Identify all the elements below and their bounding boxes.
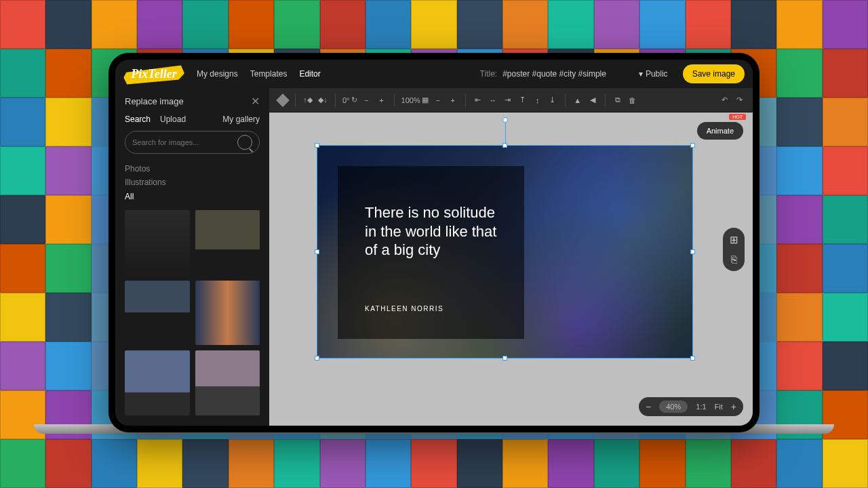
- logo[interactable]: PixTeller: [123, 64, 184, 84]
- image-grid: [115, 210, 269, 426]
- align-left-icon[interactable]: ⇤: [473, 95, 484, 106]
- rotation-control[interactable]: 0°↻: [342, 96, 357, 104]
- main-area: Replace image ✕ Search Upload My gallery…: [115, 88, 753, 426]
- resize-handle[interactable]: [690, 249, 695, 254]
- redo-icon[interactable]: ↷: [734, 95, 745, 106]
- flip-h-icon[interactable]: ▲: [572, 95, 583, 106]
- logo-text: PixTeller: [123, 64, 184, 84]
- save-button[interactable]: Save image: [683, 64, 745, 83]
- toolbar: ↑◆ ◆↓ 0°↻ − + 100%▦ − + ⇤ ↔ ⇥ ⤒ ↕ ⤓ ▲ ◀ …: [269, 88, 753, 113]
- category-photos[interactable]: Photos: [125, 162, 260, 176]
- close-icon[interactable]: ✕: [251, 95, 260, 108]
- rotation-line: [505, 121, 506, 143]
- image-thumb[interactable]: [195, 210, 260, 275]
- category-all[interactable]: All: [125, 190, 260, 203]
- image-thumb[interactable]: [195, 350, 260, 415]
- main-nav: My designs Templates Editor: [197, 69, 321, 79]
- export-icon[interactable]: ⎘: [727, 252, 741, 266]
- category-illustrations[interactable]: Illustrations: [125, 176, 260, 189]
- nav-editor[interactable]: Editor: [299, 69, 320, 79]
- image-thumb[interactable]: [195, 281, 260, 346]
- topbar: PixTeller My designs Templates Editor Ti…: [115, 60, 753, 88]
- align-center-v-icon[interactable]: ↕: [532, 95, 543, 106]
- layer-down-icon[interactable]: ◆↓: [317, 95, 328, 106]
- app-screen: PixTeller My designs Templates Editor Ti…: [115, 60, 753, 426]
- tab-gallery[interactable]: My gallery: [222, 115, 260, 124]
- resize-handle[interactable]: [315, 356, 319, 361]
- tab-search[interactable]: Search: [125, 115, 151, 124]
- resize-handle[interactable]: [690, 356, 695, 361]
- nav-templates[interactable]: Templates: [250, 69, 288, 79]
- opacity-control[interactable]: 100%▦: [401, 96, 429, 104]
- shape-icon[interactable]: [277, 95, 288, 106]
- duplicate-icon[interactable]: ⧉: [612, 95, 623, 106]
- rotation-handle[interactable]: [502, 117, 508, 123]
- resize-handle[interactable]: [690, 143, 695, 148]
- category-list: Photos Illustrations All: [115, 162, 269, 210]
- trash-icon[interactable]: 🗑: [627, 95, 638, 106]
- image-thumb[interactable]: [125, 210, 190, 275]
- layer-up-icon[interactable]: ↑◆: [302, 95, 313, 106]
- animate-button[interactable]: Animate: [697, 122, 743, 140]
- resize-handle[interactable]: [315, 143, 319, 148]
- resize-handle[interactable]: [315, 249, 319, 254]
- resize-handle[interactable]: [502, 356, 507, 361]
- zoom-fit-button[interactable]: Fit: [715, 403, 723, 411]
- zoom-controls: − 40% 1:1 Fit +: [639, 397, 743, 416]
- search-field[interactable]: [125, 131, 260, 154]
- canvas[interactable]: HOT Animate ⊞ ⎘ There is no solitude in …: [269, 113, 753, 426]
- undo-icon[interactable]: ↶: [719, 95, 730, 106]
- search-input[interactable]: [132, 138, 237, 146]
- zoom-in-button[interactable]: +: [731, 401, 736, 412]
- sidebar-title: Replace image: [125, 96, 184, 106]
- quote-author[interactable]: KATHLEEN NORRIS: [365, 305, 443, 312]
- nav-my-designs[interactable]: My designs: [197, 69, 238, 79]
- minus-icon[interactable]: −: [361, 95, 372, 106]
- editor-area: ↑◆ ◆↓ 0°↻ − + 100%▦ − + ⇤ ↔ ⇥ ⤒ ↕ ⤓ ▲ ◀ …: [269, 88, 753, 426]
- floating-tools: ⊞ ⎘: [723, 228, 745, 271]
- sidebar-tabs: Search Upload My gallery: [115, 115, 269, 131]
- zoom-out-button[interactable]: −: [646, 401, 651, 412]
- sidebar: Replace image ✕ Search Upload My gallery…: [115, 88, 269, 426]
- title-area: Title: #poster #quote #city #simple ▾ Pu…: [480, 64, 745, 83]
- zoom-actual-button[interactable]: 1:1: [696, 403, 706, 411]
- resize-handle[interactable]: [502, 143, 507, 148]
- align-top-icon[interactable]: ⤒: [517, 95, 528, 106]
- zoom-percent[interactable]: 40%: [659, 401, 688, 413]
- sidebar-header: Replace image ✕: [115, 88, 269, 115]
- chevron-down-icon: ▾: [639, 69, 643, 79]
- plus-icon[interactable]: +: [376, 95, 387, 106]
- visibility-label: Public: [646, 69, 668, 79]
- plus-icon[interactable]: +: [448, 95, 458, 106]
- visibility-dropdown[interactable]: ▾ Public: [639, 69, 668, 79]
- search-icon[interactable]: [237, 135, 252, 150]
- artboard-selection[interactable]: There is no solitude in the world like t…: [317, 145, 693, 359]
- hot-badge: HOT: [729, 114, 746, 120]
- align-right-icon[interactable]: ⇥: [502, 95, 513, 106]
- title-value[interactable]: #poster #quote #city #simple: [502, 69, 606, 79]
- minus-icon[interactable]: −: [433, 95, 443, 106]
- tab-upload[interactable]: Upload: [160, 115, 186, 124]
- align-center-h-icon[interactable]: ↔: [488, 95, 498, 106]
- title-label: Title:: [480, 69, 498, 79]
- flip-v-icon[interactable]: ◀: [587, 95, 598, 106]
- add-element-icon[interactable]: ⊞: [727, 233, 741, 247]
- laptop-frame: PixTeller My designs Templates Editor Ti…: [108, 53, 760, 432]
- align-bottom-icon[interactable]: ⤓: [547, 95, 558, 106]
- quote-text[interactable]: There is no solitude in the world like t…: [365, 203, 500, 260]
- image-thumb[interactable]: [125, 350, 190, 415]
- image-thumb[interactable]: [125, 281, 190, 346]
